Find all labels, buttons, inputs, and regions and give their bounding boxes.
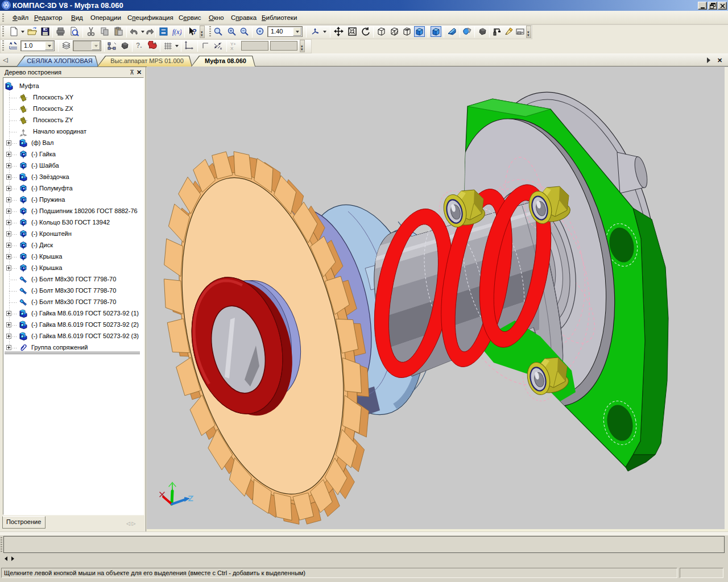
svg-text:X: X bbox=[230, 46, 234, 51]
svg-text:f(x): f(x) bbox=[172, 28, 181, 36]
svg-text:?: ? bbox=[192, 27, 197, 36]
svg-text:?.: ?. bbox=[136, 41, 142, 49]
